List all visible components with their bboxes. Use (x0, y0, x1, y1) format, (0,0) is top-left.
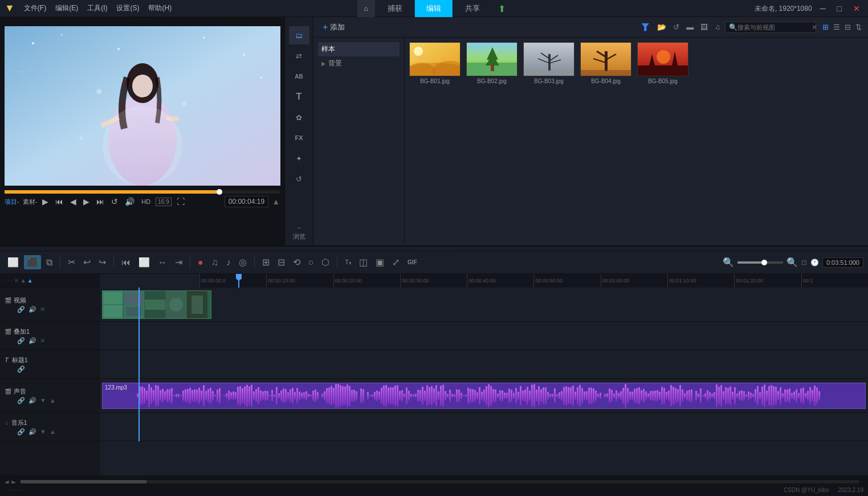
tree-item-sample[interactable]: 样本 (318, 42, 400, 56)
music-link-icon[interactable]: 🔗 (17, 428, 25, 436)
media-item-bg03[interactable]: BG-B03.jpg (523, 42, 574, 84)
loop-button[interactable]: ↺ (109, 196, 120, 207)
motion-track-button[interactable]: ⟲ (290, 255, 303, 269)
audio-clip-main[interactable]: 123.mp3 // We'll generate the waveform (102, 383, 866, 409)
music-down-icon[interactable]: ▼ (40, 428, 46, 435)
sidebar-overlay-text-button[interactable]: AB (289, 67, 309, 85)
music-up-icon[interactable]: ▲ (50, 428, 56, 435)
step-forward-button[interactable]: ▶ (81, 196, 91, 207)
menu-file[interactable]: 文件(F) (24, 3, 46, 13)
title-link-icon[interactable]: 🔗 (17, 366, 25, 373)
auto-music-button[interactable]: ♪ (223, 256, 234, 269)
preview-progress-bar[interactable] (5, 190, 280, 194)
overlay-lock-icon[interactable]: ✕ (40, 337, 45, 345)
sidebar-sticker-button[interactable]: ✿ (289, 108, 309, 126)
search-clear-icon[interactable]: ✕ (812, 23, 817, 31)
select-mode-button[interactable]: ⬛ (24, 255, 41, 269)
video-clip-main[interactable] (102, 290, 211, 319)
grid-button[interactable]: ⊟ (275, 255, 288, 269)
nav-upload-button[interactable]: ⬆ (492, 1, 511, 17)
fullscreen-button[interactable]: ⛶ (175, 196, 186, 207)
search-input[interactable] (737, 24, 812, 31)
cut-button[interactable]: ✂ (65, 255, 78, 269)
tracks-add-icon[interactable]: ▲ (27, 277, 33, 284)
to-start-button[interactable]: ⏮ (119, 256, 133, 269)
minimize-button[interactable]: ─ (817, 3, 829, 14)
mask-button[interactable]: ◫ (356, 255, 370, 269)
media-item-bg04[interactable]: BG-B04.jpg (580, 42, 631, 84)
tb-audio-icon[interactable]: ♫ (712, 22, 723, 32)
undo-button[interactable]: ↩ (80, 255, 93, 269)
audio-link-icon[interactable]: 🔗 (17, 397, 25, 404)
zoom-slider[interactable] (737, 261, 783, 264)
overlay-audio-icon[interactable]: 🔊 (28, 337, 36, 345)
add-media-button[interactable]: + 添加 (318, 21, 349, 34)
mask2-button[interactable]: ▣ (373, 255, 387, 269)
speed-button[interactable]: ↔ (155, 256, 170, 269)
fit-to-window-icon[interactable]: ⊡ (801, 259, 807, 267)
list-view-icon[interactable]: ☰ (832, 22, 842, 32)
audio-vol-icon[interactable]: 🔊 (28, 397, 36, 404)
zoom-handle[interactable] (761, 260, 767, 265)
clip-mode-button[interactable]: ⬜ (5, 255, 22, 269)
tb-view1-icon[interactable]: ▬ (684, 22, 696, 32)
zoom-out-icon[interactable]: 🔍 (723, 257, 734, 268)
overlay-link-icon[interactable]: 🔗 (17, 337, 25, 345)
menu-help[interactable]: 帮助(H) (148, 3, 172, 13)
volume-button[interactable]: 🔊 (123, 196, 136, 207)
nav-tab-edit[interactable]: 编辑 (415, 0, 453, 17)
copy-button[interactable]: ⧉ (43, 256, 55, 269)
sidebar-browse-button[interactable]: → 浏览 (293, 224, 305, 241)
play-button[interactable]: ▶ (40, 196, 50, 207)
gif-button[interactable]: GIF (405, 257, 420, 267)
audio-down-icon[interactable]: ▼ (40, 397, 46, 404)
menu-tools[interactable]: 工具(I) (87, 3, 107, 13)
menu-settings[interactable]: 设置(S) (116, 3, 139, 13)
prev-frame-button[interactable]: ⏮ (54, 196, 65, 207)
video-audio-icon[interactable]: 🔊 (28, 306, 36, 313)
sidebar-resize[interactable]: · · · (296, 19, 302, 24)
zoom-in-icon[interactable]: 🔍 (787, 257, 798, 268)
overlay-fx-button[interactable]: ◎ (236, 255, 250, 269)
hd-label[interactable]: HD (140, 197, 152, 206)
grid-view-icon[interactable]: ⊞ (821, 22, 830, 32)
progress-handle[interactable] (217, 189, 222, 195)
audio-mix-button[interactable]: ♫ (209, 256, 221, 269)
sort-icon[interactable]: ⇅ (854, 22, 863, 32)
nav-home-button[interactable]: ⌂ (357, 0, 374, 17)
media-item-bg02[interactable]: BG-B02.jpg (466, 42, 517, 84)
ratio-label[interactable]: 16:9 (156, 198, 171, 206)
large-grid-icon[interactable]: ⊟ (843, 22, 853, 32)
extend-button[interactable]: ⇥ (172, 255, 185, 269)
step-back-button[interactable]: ◀ (68, 196, 78, 207)
transform-button[interactable]: ⬡ (319, 255, 332, 269)
tb-refresh-icon[interactable]: ↺ (671, 22, 682, 32)
timeline-resize-handle[interactable]: · · · · · · · · · · · · · · · · · (0, 247, 868, 251)
tree-item-background[interactable]: ▶ 背景 (318, 56, 400, 71)
panel-resize-handle[interactable]: · · · · · · · · · · (0, 17, 284, 22)
sidebar-fx-button[interactable]: FX (289, 129, 309, 147)
filter-icon[interactable] (641, 23, 649, 31)
menu-edit[interactable]: 编辑(E) (55, 3, 78, 13)
sidebar-transition-button[interactable]: ⇄ (289, 47, 309, 65)
media-item-bg05[interactable]: BG-B05.jpg (637, 42, 688, 84)
text3d-button[interactable]: T₃ (342, 257, 354, 268)
sidebar-text-button[interactable]: T (289, 88, 309, 106)
tb-view2-icon[interactable]: 🖼 (698, 22, 710, 32)
video-link-icon[interactable]: 🔗 (17, 306, 25, 313)
nav-tab-share[interactable]: 共享 (454, 0, 491, 17)
delete-button[interactable]: ● (195, 256, 206, 269)
close-button[interactable]: ✕ (850, 3, 863, 14)
nav-tab-capture[interactable]: 捕获 (376, 0, 414, 17)
music-vol-icon[interactable]: 🔊 (28, 428, 36, 436)
video-lock-icon[interactable]: ✕ (40, 306, 45, 313)
sidebar-motion-button[interactable]: ✦ (289, 149, 309, 167)
tb-folder-icon[interactable]: 📂 (655, 22, 669, 32)
next-frame-button[interactable]: ⏭ (95, 196, 106, 207)
fit-button[interactable]: ⤢ (389, 255, 402, 269)
audio-up-icon[interactable]: ▲ (50, 397, 56, 404)
sidebar-undo-button[interactable]: ↺ (289, 170, 309, 188)
restore-button[interactable]: □ (834, 3, 845, 14)
crop-button[interactable]: ⬜ (136, 255, 153, 269)
sidebar-media-button[interactable]: 🗂 (289, 26, 309, 44)
